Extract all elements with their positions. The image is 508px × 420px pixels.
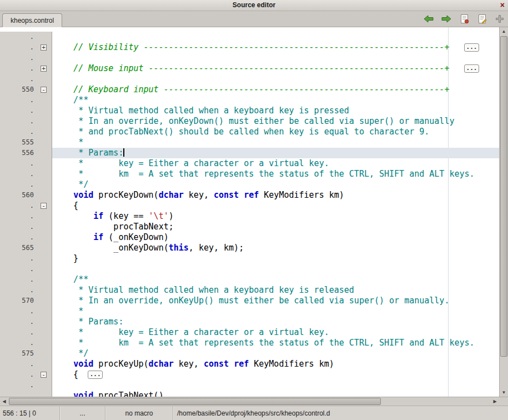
save-as-icon[interactable] — [476, 13, 487, 24]
fold-gutter — [36, 190, 52, 201]
line-number: . — [0, 179, 36, 190]
code-text: */ — [52, 348, 499, 359]
code-line[interactable]: 560 void procKeyDown(dchar key, const re… — [0, 190, 499, 201]
code-line[interactable]: 570 * In an override, onKeyUp() must eit… — [0, 296, 499, 306]
tab-kheops-control[interactable]: kheops.control — [2, 13, 62, 27]
code-line[interactable]: . — [0, 32, 499, 42]
code-text: * Params: — [52, 317, 499, 327]
code-line[interactable]: . /** — [0, 95, 499, 106]
line-number: . — [0, 253, 36, 264]
horizontal-scroll-thumb[interactable] — [9, 398, 381, 405]
code-line[interactable]: . void procKeyUp(dchar key, const ref Ke… — [0, 359, 499, 369]
code-line[interactable]: . void procTabNext() — [0, 391, 499, 397]
code-text: * Params: — [52, 148, 499, 158]
code-text: { — [52, 201, 499, 211]
code-line[interactable]: 565 _onKeyDown(this, key, km); — [0, 243, 499, 253]
line-number: . — [0, 369, 36, 380]
code-line[interactable]: . — [0, 53, 499, 63]
line-number: . — [0, 285, 36, 296]
code-line[interactable]: . } — [0, 253, 499, 264]
code-line[interactable]: .- {... — [0, 369, 499, 380]
line-number: . — [0, 158, 36, 169]
code-line[interactable]: . if (key == '\t') — [0, 211, 499, 222]
code-line[interactable]: . if (_onKeyDown) — [0, 232, 499, 243]
code-line[interactable]: .+ // Visibility -----------------------… — [0, 42, 499, 53]
line-number: . — [0, 327, 36, 338]
code-text: /** — [52, 95, 499, 106]
scroll-right-arrow-icon[interactable]: ▶ — [491, 397, 499, 406]
editor-viewport[interactable]: ..+ // Visibility ----------------------… — [0, 27, 508, 397]
go-forward-icon[interactable] — [441, 13, 452, 24]
code-text: procTabNext; — [52, 222, 499, 232]
code-line[interactable]: .+ // Mouse input ----------------------… — [0, 63, 499, 74]
line-number: . — [0, 232, 36, 243]
fold-gutter — [36, 232, 52, 243]
fold-gutter — [36, 285, 52, 296]
fold-collapse-icon[interactable]: - — [41, 203, 47, 209]
code-line[interactable]: . * km = A set that represents the statu… — [0, 169, 499, 179]
code-line[interactable]: . /** — [0, 274, 499, 285]
go-back-icon[interactable] — [423, 13, 434, 24]
fold-gutter — [36, 243, 52, 253]
code-line[interactable]: 555 * — [0, 137, 499, 148]
folded-region-ellipsis[interactable]: ... — [88, 371, 103, 379]
line-number: 575 — [0, 348, 36, 359]
vertical-scroll-thumb[interactable] — [500, 36, 507, 357]
code-line[interactable]: 575 */ — [0, 348, 499, 359]
tab-label: kheops.control — [11, 17, 54, 24]
fold-gutter — [36, 306, 52, 317]
code-text: * In an override, onKeyDown() must eithe… — [52, 116, 499, 127]
fold-collapse-icon[interactable]: - — [41, 372, 47, 378]
code-line[interactable]: . — [0, 74, 499, 84]
code-text: // Keyboard input ----------------------… — [52, 84, 499, 95]
status-dots-cell: ... — [60, 406, 105, 420]
source-editor-window: Source editor × kheops.control — [0, 0, 508, 420]
code-line[interactable]: 550- // Keyboard input -----------------… — [0, 84, 499, 95]
cursor-position-cell: 556 : 15 | 0 — [0, 406, 60, 420]
code-text: * — [52, 306, 499, 317]
code-line[interactable]: .- { — [0, 201, 499, 211]
line-number: . — [0, 211, 36, 222]
fold-gutter — [36, 348, 52, 359]
folded-region-ellipsis[interactable]: ... — [464, 64, 479, 73]
fold-expand-icon[interactable]: + — [41, 44, 47, 51]
editor-toolbar — [423, 13, 505, 24]
horizontal-scrollbar-row: ◀ ▶ — [0, 397, 508, 406]
fold-gutter — [36, 296, 52, 306]
code-line[interactable]: . * In an override, onKeyDown() must eit… — [0, 116, 499, 127]
scroll-down-arrow-icon[interactable]: ▼ — [500, 388, 508, 397]
code-line[interactable]: . * km = A set that represents the statu… — [0, 338, 499, 348]
folded-region-ellipsis[interactable]: ... — [464, 43, 479, 52]
code-line[interactable]: . procTabNext; — [0, 222, 499, 232]
scroll-up-arrow-icon[interactable]: ▲ — [500, 27, 508, 36]
code-line[interactable]: . * Virtual method called when a keyboar… — [0, 106, 499, 116]
tab-bar: kheops.control — [0, 11, 508, 27]
code-line[interactable]: . * and procTabNext() should be called w… — [0, 127, 499, 137]
fold-gutter — [36, 95, 52, 106]
code-line[interactable]: . * — [0, 306, 499, 317]
code-line[interactable]: . */ — [0, 179, 499, 190]
line-number: 560 — [0, 190, 36, 201]
code-text: _onKeyDown(this, key, km); — [52, 243, 499, 253]
code-line[interactable]: 556 * Params: — [0, 148, 499, 158]
line-number: . — [0, 63, 36, 74]
save-icon[interactable] — [459, 13, 470, 24]
code-line[interactable]: . * key = Either a character or a virtua… — [0, 158, 499, 169]
scroll-left-arrow-icon[interactable]: ◀ — [0, 397, 8, 406]
line-number: . — [0, 127, 36, 137]
fold-gutter: + — [36, 42, 52, 53]
fold-gutter: - — [36, 369, 52, 380]
fold-collapse-icon[interactable]: - — [41, 87, 47, 93]
line-number: 550 — [0, 84, 36, 95]
vertical-scrollbar[interactable]: ▲ ▼ — [499, 27, 508, 397]
code-line[interactable]: . * Virtual method called when a keyboar… — [0, 285, 499, 296]
code-line[interactable]: . — [0, 380, 499, 391]
code-line[interactable]: . * key = Either a character or a virtua… — [0, 327, 499, 338]
horizontal-scrollbar[interactable]: ◀ ▶ — [0, 397, 499, 406]
code-text: if (_onKeyDown) — [52, 232, 499, 243]
close-window-button[interactable]: × — [500, 1, 505, 10]
detach-editor-icon[interactable] — [494, 13, 505, 24]
code-line[interactable]: . — [0, 264, 499, 274]
fold-expand-icon[interactable]: + — [41, 66, 47, 72]
code-line[interactable]: . * Params: — [0, 317, 499, 327]
